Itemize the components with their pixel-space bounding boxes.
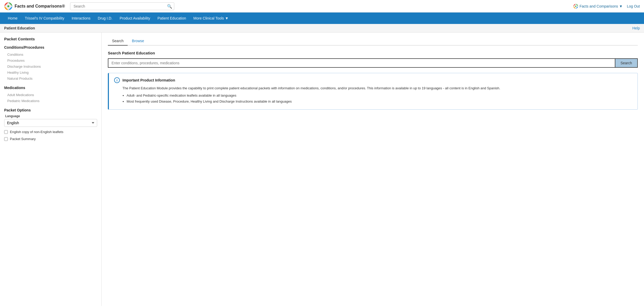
- tab-search[interactable]: Search: [108, 37, 128, 46]
- nav-bar: Home Trissel's IV Compatibility Interact…: [0, 12, 644, 24]
- sidebar-content: Packet Contents Conditions/Procedures Co…: [0, 33, 101, 148]
- facts-dropdown-label: Facts and Comparisons: [579, 4, 618, 8]
- english-copy-label: English copy of non-English leaflets: [10, 130, 63, 134]
- sidebar-item-pediatric-meds[interactable]: Pediatric Medications: [4, 98, 97, 104]
- nav-item-drug-id[interactable]: Drug I.D.: [94, 12, 116, 24]
- search-input-row: Search: [108, 58, 638, 68]
- nav-item-home[interactable]: Home: [4, 12, 21, 24]
- facts-logo-icon: [573, 4, 578, 9]
- tabs: Search Browse: [108, 37, 638, 46]
- global-search-input[interactable]: [70, 2, 174, 10]
- info-box-header: i Important Product Information: [114, 77, 632, 83]
- info-box-bullet-1: Adult- and Pediatric-specific medication…: [127, 93, 632, 98]
- sidebar-item-conditions[interactable]: Conditions: [4, 52, 97, 58]
- checkbox-row-packet-summary: Packet Summary: [4, 137, 97, 141]
- nav-item-product-avail[interactable]: Product Availability: [116, 12, 154, 24]
- breadcrumb-title: Patient Education: [4, 26, 35, 30]
- packet-summary-label: Packet Summary: [10, 137, 36, 141]
- nav-item-interactions[interactable]: Interactions: [68, 12, 94, 24]
- sidebar-section-header-conditions: Conditions/Procedures: [4, 45, 97, 49]
- global-search-button[interactable]: 🔍: [167, 4, 172, 9]
- more-tools-label: More Clinical Tools: [193, 16, 224, 20]
- logo-icon: [4, 2, 13, 10]
- facts-dropdown[interactable]: Facts and Comparisons ▼: [573, 4, 623, 9]
- logo-text: Facts and Comparisons®: [15, 4, 65, 9]
- main-layout: ‹ Packet Contents Conditions/Procedures …: [0, 33, 644, 306]
- top-right-area: Facts and Comparisons ▼ Log Out: [573, 4, 640, 9]
- sidebar-collapse-button[interactable]: ‹: [101, 38, 102, 45]
- logo-area: Facts and Comparisons®: [4, 2, 65, 10]
- tab-browse[interactable]: Browse: [128, 37, 148, 46]
- logout-button[interactable]: Log Out: [627, 4, 640, 8]
- sidebar-section-conditions: Conditions/Procedures Conditions Procedu…: [4, 45, 97, 82]
- sidebar-item-adult-meds[interactable]: Adult Medications: [4, 92, 97, 98]
- sidebar-item-discharge[interactable]: Discharge Instructions: [4, 64, 97, 70]
- more-tools-chevron-icon: ▼: [225, 16, 229, 20]
- info-box-bullet-2: Most frequently used Disease, Procedure,…: [127, 99, 632, 104]
- english-copy-checkbox[interactable]: [4, 130, 8, 134]
- content-area: Search Browse Search Patient Education S…: [102, 33, 644, 306]
- sidebar-item-healthy-living[interactable]: Healthy Living: [4, 70, 97, 76]
- sidebar-section-header-medications: Medications: [4, 86, 97, 90]
- language-label: Language: [5, 114, 97, 118]
- info-box-paragraph: The Patient Education Module provides th…: [122, 86, 632, 91]
- sidebar: ‹ Packet Contents Conditions/Procedures …: [0, 33, 102, 306]
- top-bar: Facts and Comparisons® 🔍 Facts and Compa…: [0, 0, 644, 12]
- patient-edu-search-button[interactable]: Search: [615, 58, 638, 68]
- svg-point-5: [575, 5, 577, 7]
- global-search-container: 🔍: [70, 2, 174, 10]
- checkbox-row-english-copy: English copy of non-English leaflets: [4, 130, 97, 134]
- nav-item-more-tools[interactable]: More Clinical Tools ▼: [190, 12, 232, 24]
- sidebar-item-procedures[interactable]: Procedures: [4, 58, 97, 64]
- sidebar-section-medications: Medications Adult Medications Pediatric …: [4, 86, 97, 104]
- info-box: i Important Product Information The Pati…: [108, 73, 638, 110]
- info-icon: i: [114, 77, 120, 83]
- search-section-title: Search Patient Education: [108, 51, 638, 55]
- packet-summary-checkbox[interactable]: [4, 137, 8, 141]
- sidebar-item-natural-products[interactable]: Natural Products: [4, 76, 97, 82]
- sidebar-title: Packet Contents: [4, 37, 97, 41]
- chevron-down-icon: ▼: [619, 4, 623, 8]
- info-box-title: Important Product Information: [122, 78, 175, 82]
- packet-options-header: Packet Options: [4, 108, 97, 112]
- info-box-bullets: Adult- and Pediatric-specific medication…: [127, 93, 632, 104]
- nav-item-patient-edu[interactable]: Patient Education: [154, 12, 190, 24]
- breadcrumb-bar: Patient Education Help: [0, 24, 644, 33]
- help-link[interactable]: Help: [632, 26, 640, 30]
- svg-point-2: [7, 5, 9, 7]
- patient-edu-search-input[interactable]: [108, 58, 615, 68]
- nav-item-iv-compat[interactable]: Trissel's IV Compatibility: [21, 12, 68, 24]
- info-box-body: The Patient Education Module provides th…: [114, 86, 632, 104]
- language-select[interactable]: English Spanish French German Italian Po…: [4, 119, 97, 127]
- packet-options-section: Packet Options Language English Spanish …: [4, 108, 97, 141]
